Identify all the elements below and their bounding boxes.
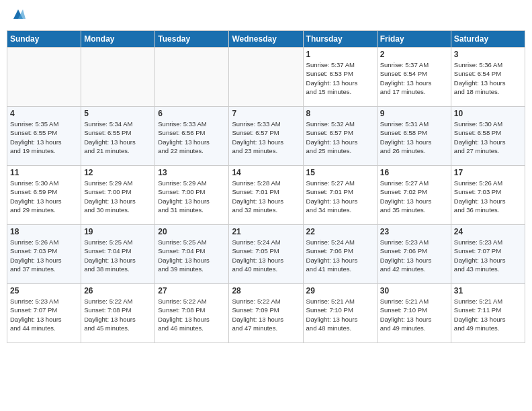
- day-number: 7: [232, 109, 300, 118]
- calendar-cell-w3-d4: 22Sunrise: 5:24 AM Sunset: 7:06 PM Dayli…: [303, 225, 377, 284]
- calendar-cell-w4-d1: 26Sunrise: 5:22 AM Sunset: 7:08 PM Dayli…: [81, 284, 155, 343]
- day-info: Sunrise: 5:34 AM Sunset: 6:55 PM Dayligh…: [84, 120, 152, 155]
- day-number: 3: [454, 50, 522, 59]
- calendar-cell-w3-d1: 19Sunrise: 5:25 AM Sunset: 7:04 PM Dayli…: [81, 225, 155, 284]
- day-number: 26: [84, 286, 152, 295]
- calendar-cell-w0-d3: [229, 48, 303, 107]
- day-info: Sunrise: 5:37 AM Sunset: 6:53 PM Dayligh…: [306, 60, 374, 96]
- day-number: 30: [380, 286, 448, 295]
- day-info: Sunrise: 5:24 AM Sunset: 7:05 PM Dayligh…: [232, 238, 300, 273]
- weekday-header-saturday: Saturday: [451, 31, 525, 48]
- day-number: 14: [232, 168, 300, 177]
- calendar-cell-w2-d4: 15Sunrise: 5:27 AM Sunset: 7:01 PM Dayli…: [303, 166, 377, 225]
- day-number: 17: [454, 168, 522, 177]
- day-number: 4: [10, 109, 78, 118]
- calendar-cell-w2-d3: 14Sunrise: 5:28 AM Sunset: 7:01 PM Dayli…: [229, 166, 303, 225]
- calendar-cell-w2-d1: 12Sunrise: 5:29 AM Sunset: 7:00 PM Dayli…: [81, 166, 155, 225]
- day-info: Sunrise: 5:29 AM Sunset: 7:00 PM Dayligh…: [84, 179, 152, 214]
- day-info: Sunrise: 5:33 AM Sunset: 6:56 PM Dayligh…: [158, 120, 226, 155]
- calendar-cell-w1-d4: 8Sunrise: 5:32 AM Sunset: 6:57 PM Daylig…: [303, 107, 377, 166]
- calendar-cell-w1-d2: 6Sunrise: 5:33 AM Sunset: 6:56 PM Daylig…: [155, 107, 229, 166]
- calendar-cell-w2-d0: 11Sunrise: 5:30 AM Sunset: 6:59 PM Dayli…: [7, 166, 81, 225]
- day-info: Sunrise: 5:29 AM Sunset: 7:00 PM Dayligh…: [158, 179, 226, 214]
- calendar-cell-w3-d2: 20Sunrise: 5:25 AM Sunset: 7:04 PM Dayli…: [155, 225, 229, 284]
- calendar-cell-w1-d0: 4Sunrise: 5:35 AM Sunset: 6:55 PM Daylig…: [7, 107, 81, 166]
- calendar-cell-w0-d4: 1Sunrise: 5:37 AM Sunset: 6:53 PM Daylig…: [303, 48, 377, 107]
- calendar-cell-w4-d4: 29Sunrise: 5:21 AM Sunset: 7:10 PM Dayli…: [303, 284, 377, 343]
- day-info: Sunrise: 5:23 AM Sunset: 7:07 PM Dayligh…: [454, 238, 522, 273]
- day-number: 10: [454, 109, 522, 118]
- day-number: 19: [84, 227, 152, 236]
- calendar-cell-w1-d1: 5Sunrise: 5:34 AM Sunset: 6:55 PM Daylig…: [81, 107, 155, 166]
- day-info: Sunrise: 5:25 AM Sunset: 7:04 PM Dayligh…: [158, 238, 226, 273]
- day-info: Sunrise: 5:25 AM Sunset: 7:04 PM Dayligh…: [84, 238, 152, 273]
- calendar-cell-w3-d5: 23Sunrise: 5:23 AM Sunset: 7:06 PM Dayli…: [377, 225, 451, 284]
- day-info: Sunrise: 5:23 AM Sunset: 7:07 PM Dayligh…: [10, 297, 78, 332]
- calendar-cell-w4-d6: 31Sunrise: 5:21 AM Sunset: 7:11 PM Dayli…: [451, 284, 525, 343]
- day-info: Sunrise: 5:37 AM Sunset: 6:54 PM Dayligh…: [380, 60, 448, 96]
- calendar-cell-w0-d6: 3Sunrise: 5:36 AM Sunset: 6:54 PM Daylig…: [451, 48, 525, 107]
- calendar-cell-w4-d0: 25Sunrise: 5:23 AM Sunset: 7:07 PM Dayli…: [7, 284, 81, 343]
- day-number: 31: [454, 286, 522, 295]
- day-number: 9: [380, 109, 448, 118]
- day-number: 2: [380, 50, 448, 59]
- day-number: 25: [10, 286, 78, 295]
- calendar-cell-w1-d3: 7Sunrise: 5:33 AM Sunset: 6:57 PM Daylig…: [229, 107, 303, 166]
- day-number: 18: [10, 227, 78, 236]
- day-number: 5: [84, 109, 152, 118]
- day-number: 24: [454, 227, 522, 236]
- weekday-header-wednesday: Wednesday: [229, 31, 303, 48]
- day-number: 29: [306, 286, 374, 295]
- day-number: 21: [232, 227, 300, 236]
- day-info: Sunrise: 5:24 AM Sunset: 7:06 PM Dayligh…: [306, 238, 374, 273]
- calendar-cell-w4-d2: 27Sunrise: 5:22 AM Sunset: 7:08 PM Dayli…: [155, 284, 229, 343]
- day-info: Sunrise: 5:32 AM Sunset: 6:57 PM Dayligh…: [306, 120, 374, 155]
- day-info: Sunrise: 5:21 AM Sunset: 7:10 PM Dayligh…: [306, 297, 374, 332]
- calendar-cell-w2-d6: 17Sunrise: 5:26 AM Sunset: 7:03 PM Dayli…: [451, 166, 525, 225]
- day-info: Sunrise: 5:35 AM Sunset: 6:55 PM Dayligh…: [10, 120, 78, 155]
- calendar-cell-w0-d2: [155, 48, 229, 107]
- day-number: 11: [10, 168, 78, 177]
- day-info: Sunrise: 5:27 AM Sunset: 7:01 PM Dayligh…: [306, 179, 374, 214]
- day-info: Sunrise: 5:27 AM Sunset: 7:02 PM Dayligh…: [380, 179, 448, 214]
- calendar-cell-w3-d6: 24Sunrise: 5:23 AM Sunset: 7:07 PM Dayli…: [451, 225, 525, 284]
- day-info: Sunrise: 5:22 AM Sunset: 7:09 PM Dayligh…: [232, 297, 300, 332]
- calendar-table: SundayMondayTuesdayWednesdayThursdayFrid…: [7, 30, 525, 343]
- calendar-cell-w1-d5: 9Sunrise: 5:31 AM Sunset: 6:58 PM Daylig…: [377, 107, 451, 166]
- day-info: Sunrise: 5:22 AM Sunset: 7:08 PM Dayligh…: [158, 297, 226, 332]
- day-info: Sunrise: 5:30 AM Sunset: 6:58 PM Dayligh…: [454, 120, 522, 155]
- day-info: Sunrise: 5:26 AM Sunset: 7:03 PM Dayligh…: [454, 179, 522, 214]
- weekday-header-friday: Friday: [377, 31, 451, 48]
- logo: [9, 7, 27, 25]
- calendar-cell-w2-d5: 16Sunrise: 5:27 AM Sunset: 7:02 PM Dayli…: [377, 166, 451, 225]
- day-info: Sunrise: 5:36 AM Sunset: 6:54 PM Dayligh…: [454, 60, 522, 96]
- calendar-cell-w4-d3: 28Sunrise: 5:22 AM Sunset: 7:09 PM Dayli…: [229, 284, 303, 343]
- calendar-cell-w2-d2: 13Sunrise: 5:29 AM Sunset: 7:00 PM Dayli…: [155, 166, 229, 225]
- calendar-cell-w3-d0: 18Sunrise: 5:26 AM Sunset: 7:03 PM Dayli…: [7, 225, 81, 284]
- day-info: Sunrise: 5:22 AM Sunset: 7:08 PM Dayligh…: [84, 297, 152, 332]
- calendar-cell-w0-d1: [81, 48, 155, 107]
- logo-icon: [11, 7, 26, 21]
- day-number: 1: [306, 50, 374, 59]
- calendar-cell-w1-d6: 10Sunrise: 5:30 AM Sunset: 6:58 PM Dayli…: [451, 107, 525, 166]
- day-number: 23: [380, 227, 448, 236]
- day-number: 27: [158, 286, 226, 295]
- day-info: Sunrise: 5:31 AM Sunset: 6:58 PM Dayligh…: [380, 120, 448, 155]
- weekday-header-sunday: Sunday: [7, 31, 81, 48]
- day-number: 12: [84, 168, 152, 177]
- calendar-cell-w0-d5: 2Sunrise: 5:37 AM Sunset: 6:54 PM Daylig…: [377, 48, 451, 107]
- calendar-cell-w4-d5: 30Sunrise: 5:21 AM Sunset: 7:10 PM Dayli…: [377, 284, 451, 343]
- day-info: Sunrise: 5:33 AM Sunset: 6:57 PM Dayligh…: [232, 120, 300, 155]
- day-number: 16: [380, 168, 448, 177]
- day-info: Sunrise: 5:28 AM Sunset: 7:01 PM Dayligh…: [232, 179, 300, 214]
- day-number: 22: [306, 227, 374, 236]
- day-number: 13: [158, 168, 226, 177]
- day-number: 15: [306, 168, 374, 177]
- day-info: Sunrise: 5:21 AM Sunset: 7:10 PM Dayligh…: [380, 297, 448, 332]
- day-info: Sunrise: 5:26 AM Sunset: 7:03 PM Dayligh…: [10, 238, 78, 273]
- calendar-cell-w3-d3: 21Sunrise: 5:24 AM Sunset: 7:05 PM Dayli…: [229, 225, 303, 284]
- day-number: 28: [232, 286, 300, 295]
- day-number: 6: [158, 109, 226, 118]
- day-number: 8: [306, 109, 374, 118]
- weekday-header-thursday: Thursday: [303, 31, 377, 48]
